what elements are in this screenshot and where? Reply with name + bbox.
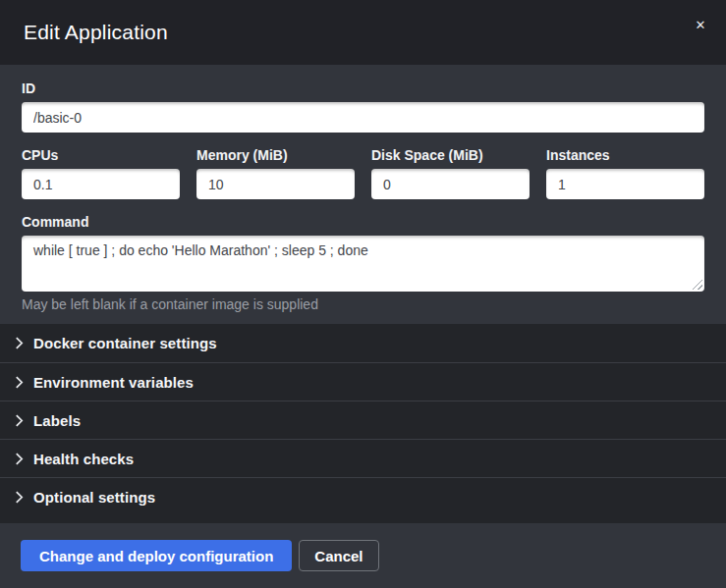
command-textarea[interactable]: while [ true ] ; do echo 'Hello Marathon… bbox=[22, 236, 704, 292]
modal-header: Edit Application ✕ bbox=[0, 0, 726, 65]
command-help-text: May be left blank if a container image i… bbox=[22, 296, 704, 312]
section-docker-container-settings[interactable]: Docker container settings bbox=[0, 324, 726, 362]
section-health-checks[interactable]: Health checks bbox=[0, 439, 726, 477]
form-section: ID CPUs Memory (MiB) Disk Space (MiB) In… bbox=[0, 65, 726, 324]
modal-footer: Change and deploy configuration Cancel bbox=[0, 523, 726, 588]
chevron-right-icon bbox=[15, 453, 24, 465]
chevron-right-icon bbox=[15, 491, 24, 504]
section-labels[interactable]: Labels bbox=[0, 401, 726, 439]
command-field-group: Command while [ true ] ; do echo 'Hello … bbox=[22, 214, 704, 312]
memory-field-group: Memory (MiB) bbox=[196, 147, 355, 199]
cancel-button[interactable]: Cancel bbox=[299, 540, 378, 571]
memory-label: Memory (MiB) bbox=[196, 147, 355, 163]
memory-input[interactable] bbox=[196, 169, 355, 199]
section-label: Health checks bbox=[33, 451, 134, 467]
instances-label: Instances bbox=[546, 147, 704, 163]
disk-label: Disk Space (MiB) bbox=[371, 147, 530, 163]
modal-title: Edit Application bbox=[24, 21, 168, 44]
chevron-right-icon bbox=[15, 414, 24, 427]
section-label: Labels bbox=[33, 412, 81, 429]
chevron-right-icon bbox=[15, 376, 24, 389]
disk-field-group: Disk Space (MiB) bbox=[371, 147, 530, 199]
chevron-right-icon bbox=[15, 337, 24, 349]
command-textarea-wrap: while [ true ] ; do echo 'Hello Marathon… bbox=[22, 236, 704, 292]
instances-field-group: Instances bbox=[546, 147, 704, 199]
section-label: Docker container settings bbox=[33, 335, 217, 351]
change-and-deploy-button[interactable]: Change and deploy configuration bbox=[21, 540, 292, 571]
disk-input[interactable] bbox=[371, 169, 530, 199]
cpus-field-group: CPUs bbox=[22, 147, 180, 199]
close-icon[interactable]: ✕ bbox=[691, 15, 710, 34]
section-label: Optional settings bbox=[33, 489, 155, 506]
section-environment-variables[interactable]: Environment variables bbox=[0, 362, 726, 401]
cpus-input[interactable] bbox=[22, 169, 180, 199]
resource-row: CPUs Memory (MiB) Disk Space (MiB) Insta… bbox=[22, 147, 704, 199]
command-label: Command bbox=[22, 214, 704, 230]
id-field-group: ID bbox=[22, 80, 704, 133]
accordion-sections: Docker container settings Environment va… bbox=[0, 324, 726, 523]
section-label: Environment variables bbox=[33, 374, 194, 391]
instances-input[interactable] bbox=[546, 169, 704, 199]
id-input[interactable] bbox=[22, 102, 704, 133]
section-optional-settings[interactable]: Optional settings bbox=[0, 477, 726, 515]
cpus-label: CPUs bbox=[22, 147, 180, 163]
id-label: ID bbox=[22, 80, 704, 96]
edit-application-modal: Edit Application ✕ ID CPUs Memory (MiB) … bbox=[0, 0, 726, 588]
